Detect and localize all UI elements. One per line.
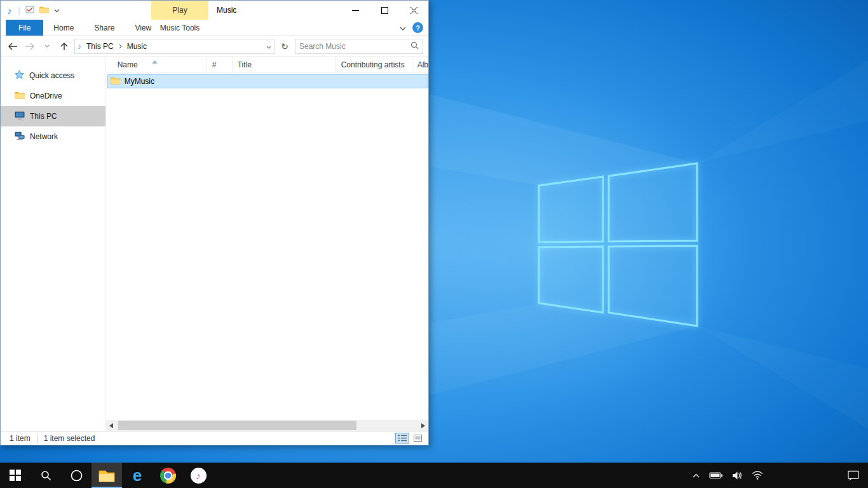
scroll-left-arrow[interactable]	[106, 420, 117, 431]
onedrive-folder-icon	[15, 91, 25, 101]
contextual-tab-header: Play	[151, 1, 208, 20]
up-button[interactable]	[57, 39, 71, 53]
address-toolbar: ♪ This PC Music ↻	[1, 36, 428, 57]
logo-pane-bottom-right	[609, 246, 697, 326]
scroll-right-arrow[interactable]	[417, 420, 428, 431]
computer-icon	[15, 111, 25, 122]
search-input[interactable]	[299, 42, 410, 51]
forward-button[interactable]	[23, 39, 37, 53]
sidebar-item-label: Quick access	[29, 71, 74, 80]
minimize-button[interactable]	[341, 1, 370, 20]
hidden-icons-chevron-icon[interactable]	[688, 463, 705, 488]
maximize-button[interactable]	[370, 1, 399, 20]
edge-icon: e	[133, 467, 142, 484]
file-explorer-icon	[98, 469, 115, 482]
item-count: 1 item	[10, 434, 31, 443]
windows-logo-icon	[10, 470, 21, 481]
music-note-icon: ♪	[7, 5, 12, 16]
sidebar-item-quick-access[interactable]: Quick access	[1, 65, 105, 86]
file-list[interactable]: MyMusic	[106, 73, 428, 420]
expand-ribbon-chevron-icon[interactable]	[400, 24, 406, 32]
cortana-button[interactable]	[61, 463, 92, 488]
sidebar-item-this-pc[interactable]: This PC	[1, 106, 105, 126]
search-icon	[41, 470, 51, 481]
breadcrumb-chevron-icon[interactable]	[119, 42, 122, 51]
qat-properties-icon[interactable]	[25, 6, 34, 15]
logo-pane-top-right	[609, 163, 697, 241]
logo-pane-bottom-left	[539, 247, 603, 313]
cortana-icon	[71, 470, 83, 482]
taskbar: e ♪	[0, 463, 868, 488]
address-dropdown-chevron-icon[interactable]	[266, 42, 271, 51]
system-tray	[688, 463, 868, 488]
selection-count: 1 item selected	[44, 434, 95, 443]
details-view-button[interactable]	[395, 433, 409, 444]
logo-pane-top-left	[539, 177, 603, 242]
chrome-icon	[160, 468, 176, 484]
taskbar-edge-button[interactable]: e	[122, 463, 153, 488]
breadcrumb-music[interactable]: Music	[125, 41, 149, 52]
title-bar[interactable]: ♪ | Play Music	[1, 1, 428, 20]
battery-icon[interactable]	[705, 463, 728, 488]
qat-customize-chevron-icon[interactable]	[54, 6, 60, 15]
recent-locations-chevron-icon[interactable]	[40, 39, 54, 53]
file-row-mymusic[interactable]: MyMusic	[107, 74, 428, 88]
help-button[interactable]: ?	[412, 22, 423, 33]
sidebar-item-label: This PC	[30, 112, 57, 121]
network-icon	[15, 132, 25, 142]
tab-music-tools[interactable]: Music Tools	[151, 20, 208, 36]
star-icon	[15, 70, 24, 81]
file-list-pane: Name # Title Contributing artists Alb My…	[106, 57, 428, 431]
quick-access-toolbar: |	[18, 6, 60, 15]
column-header-contributing-artists[interactable]: Contributing artists	[336, 57, 412, 72]
tab-share[interactable]: Share	[84, 20, 125, 36]
taskbar-search-button[interactable]	[31, 463, 61, 488]
tab-home[interactable]: Home	[43, 20, 84, 36]
breadcrumb-this-pc[interactable]: This PC	[84, 41, 116, 52]
start-button[interactable]	[0, 463, 31, 488]
back-button[interactable]	[6, 39, 20, 53]
window-title: Music	[217, 1, 236, 20]
navigation-pane: Quick access OneDrive This PC	[1, 57, 106, 431]
network-wifi-icon[interactable]	[747, 463, 768, 488]
column-header-album[interactable]: Alb	[412, 57, 428, 72]
column-headers: Name # Title Contributing artists Alb	[106, 57, 428, 73]
separator: |	[18, 6, 20, 15]
column-header-title[interactable]: Title	[233, 57, 336, 72]
scrollbar-thumb[interactable]	[118, 421, 356, 430]
search-icon[interactable]	[410, 41, 419, 51]
action-center-icon[interactable]	[839, 463, 868, 488]
large-icons-view-button[interactable]	[410, 433, 424, 444]
taskbar-chrome-button[interactable]	[153, 463, 183, 488]
file-name: MyMusic	[125, 77, 154, 86]
refresh-button[interactable]: ↻	[278, 39, 292, 54]
itunes-icon: ♪	[191, 468, 207, 484]
folder-icon	[111, 76, 121, 86]
sidebar-item-onedrive[interactable]: OneDrive	[1, 86, 105, 106]
column-header-number[interactable]: #	[207, 57, 233, 72]
status-bar: 1 item 1 item selected	[1, 431, 428, 445]
volume-icon[interactable]	[728, 463, 747, 488]
taskbar-itunes-button[interactable]: ♪	[183, 463, 214, 488]
address-bar[interactable]: ♪ This PC Music	[74, 39, 275, 54]
divider	[37, 434, 37, 443]
taskbar-file-explorer-button[interactable]	[92, 463, 122, 488]
tab-file[interactable]: File	[6, 20, 43, 36]
sidebar-item-label: Network	[30, 132, 58, 141]
ribbon-tabs: File Home Share View Music Tools ?	[1, 20, 428, 36]
sort-ascending-icon	[152, 57, 158, 65]
horizontal-scrollbar[interactable]	[106, 420, 428, 431]
sidebar-item-network[interactable]: Network	[1, 126, 105, 147]
location-music-icon: ♪	[78, 42, 81, 51]
file-explorer-window: ♪ | Play Music	[0, 0, 429, 445]
desktop: ♪ | Play Music	[0, 0, 868, 488]
qat-new-folder-icon[interactable]	[39, 6, 49, 15]
sidebar-item-label: OneDrive	[30, 92, 62, 100]
search-box[interactable]	[295, 39, 423, 54]
close-button[interactable]	[399, 1, 428, 20]
